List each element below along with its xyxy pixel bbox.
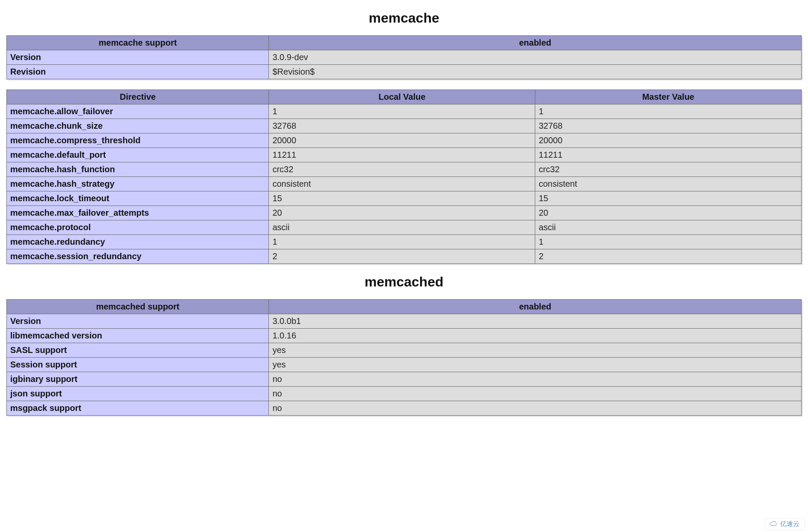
table-row: memcache.hash_functioncrc32crc32 — [7, 162, 802, 177]
directive-name: memcache.max_failover_attempts — [7, 206, 269, 220]
row-value: 3.0.9-dev — [269, 50, 802, 65]
row-value: yes — [269, 343, 802, 358]
local-value: crc32 — [269, 162, 535, 177]
directive-name: memcache.hash_function — [7, 162, 269, 177]
memcache-support-table: memcache support enabled Version3.0.9-de… — [6, 35, 802, 79]
table-row: Session supportyes — [7, 358, 802, 372]
master-value: 1 — [535, 104, 802, 119]
local-value: 32768 — [269, 119, 535, 133]
master-value: 1 — [535, 235, 802, 249]
master-value: crc32 — [535, 162, 802, 177]
table-row: memcache.max_failover_attempts2020 — [7, 206, 802, 220]
local-value: 1 — [269, 104, 535, 119]
table-row: libmemcached version1.0.16 — [7, 329, 802, 343]
master-value: consistent — [535, 177, 802, 191]
section-title-memcached: memcached — [6, 274, 802, 290]
table-row: Version3.0.0b1 — [7, 314, 802, 329]
directive-name: memcache.session_redundancy — [7, 249, 269, 264]
directive-name: memcache.redundancy — [7, 235, 269, 249]
table-row: memcache.session_redundancy22 — [7, 249, 802, 264]
directive-name: memcache.allow_failover — [7, 104, 269, 119]
col-header-enabled: enabled — [269, 300, 802, 314]
local-value: 20 — [269, 206, 535, 220]
directive-name: memcache.protocol — [7, 220, 269, 235]
master-value: 20000 — [535, 133, 802, 148]
table-row: memcache.lock_timeout1515 — [7, 191, 802, 206]
row-key: msgpack support — [7, 401, 269, 416]
row-key: libmemcached version — [7, 329, 269, 343]
master-value: 32768 — [535, 119, 802, 133]
row-key: json support — [7, 387, 269, 401]
table-row: igbinary supportno — [7, 372, 802, 387]
row-key: Session support — [7, 358, 269, 372]
table-row: json supportno — [7, 387, 802, 401]
table-row: memcache.protocolasciiascii — [7, 220, 802, 235]
row-value: 3.0.0b1 — [269, 314, 802, 329]
col-header-local-value: Local Value — [269, 90, 535, 104]
row-key: igbinary support — [7, 372, 269, 387]
master-value: 11211 — [535, 148, 802, 162]
local-value: 20000 — [269, 133, 535, 148]
row-key: Version — [7, 314, 269, 329]
table-row: memcache.hash_strategyconsistentconsiste… — [7, 177, 802, 191]
table-row: memcache.allow_failover11 — [7, 104, 802, 119]
col-header-directive: Directive — [7, 90, 269, 104]
directive-name: memcache.default_port — [7, 148, 269, 162]
local-value: 2 — [269, 249, 535, 264]
memcached-support-table: memcached support enabled Version3.0.0b1… — [6, 299, 802, 416]
local-value: 1 — [269, 235, 535, 249]
col-header-master-value: Master Value — [535, 90, 802, 104]
directive-name: memcache.hash_strategy — [7, 177, 269, 191]
local-value: 11211 — [269, 148, 535, 162]
table-row: memcache.compress_threshold2000020000 — [7, 133, 802, 148]
row-value: no — [269, 387, 802, 401]
row-value: 1.0.16 — [269, 329, 802, 343]
directive-name: memcache.chunk_size — [7, 119, 269, 133]
col-header-support: memcache support — [7, 36, 269, 50]
memcache-directive-table: Directive Local Value Master Value memca… — [6, 90, 802, 264]
local-value: ascii — [269, 220, 535, 235]
table-row: msgpack supportno — [7, 401, 802, 416]
table-row: memcache.redundancy11 — [7, 235, 802, 249]
local-value: 15 — [269, 191, 535, 206]
row-value: $Revision$ — [269, 65, 802, 79]
master-value: 15 — [535, 191, 802, 206]
col-header-enabled: enabled — [269, 36, 802, 50]
table-row: Revision$Revision$ — [7, 65, 802, 79]
master-value: 2 — [535, 249, 802, 264]
row-key: Revision — [7, 65, 269, 79]
table-row: memcache.chunk_size3276832768 — [7, 119, 802, 133]
row-value: no — [269, 372, 802, 387]
table-row: memcache.default_port1121111211 — [7, 148, 802, 162]
row-key: SASL support — [7, 343, 269, 358]
row-key: Version — [7, 50, 269, 65]
directive-name: memcache.compress_threshold — [7, 133, 269, 148]
local-value: consistent — [269, 177, 535, 191]
directive-name: memcache.lock_timeout — [7, 191, 269, 206]
table-row: SASL supportyes — [7, 343, 802, 358]
table-row: Version3.0.9-dev — [7, 50, 802, 65]
row-value: yes — [269, 358, 802, 372]
section-title-memcache: memcache — [6, 10, 802, 26]
col-header-support: memcached support — [7, 300, 269, 314]
master-value: ascii — [535, 220, 802, 235]
master-value: 20 — [535, 206, 802, 220]
row-value: no — [269, 401, 802, 416]
